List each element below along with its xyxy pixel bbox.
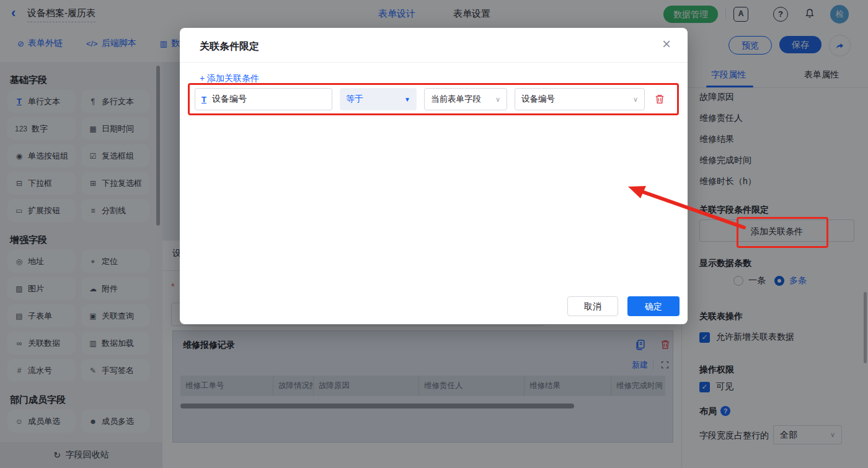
dialog-title: 关联条件限定 [200, 40, 259, 53]
app: ‹ 设备档案-履历表 表单设计 表单设置 数据管理 A ? 检 ⊘表单外链</>… [0, 0, 868, 468]
chevron-down-icon: ∨ [633, 95, 638, 104]
condition-row: T 设备编号 等于 ▼ 当前表单字段 ∨ 设备编号 ∨ [180, 88, 688, 110]
operator-select[interactable]: 等于 ▼ [340, 88, 417, 110]
source-type-select[interactable]: 当前表单字段 ∨ [424, 88, 507, 110]
add-condition-link[interactable]: + 添加关联条件 [200, 73, 259, 84]
condition-dialog: 关联条件限定 × + 添加关联条件 T 设备编号 等于 ▼ 当前表单字段 ∨ 设… [180, 28, 688, 324]
operator-value: 等于 [346, 94, 363, 105]
delete-condition-icon[interactable] [653, 92, 666, 108]
cancel-button[interactable]: 取消 [567, 296, 618, 316]
condition-field-value: 设备编号 [212, 94, 247, 105]
source-type-value: 当前表单字段 [431, 94, 481, 105]
condition-field-input[interactable]: T 设备编号 [195, 88, 332, 110]
divider [180, 62, 688, 63]
chevron-down-icon: ∨ [495, 95, 500, 104]
source-field-value: 设备编号 [521, 94, 555, 105]
confirm-button[interactable]: 确定 [627, 296, 680, 316]
dropdown-arrow-icon: ▼ [404, 96, 410, 103]
text-field-icon: T [202, 95, 206, 104]
source-field-select[interactable]: 设备编号 ∨ [515, 88, 645, 110]
close-icon[interactable]: × [662, 37, 671, 51]
